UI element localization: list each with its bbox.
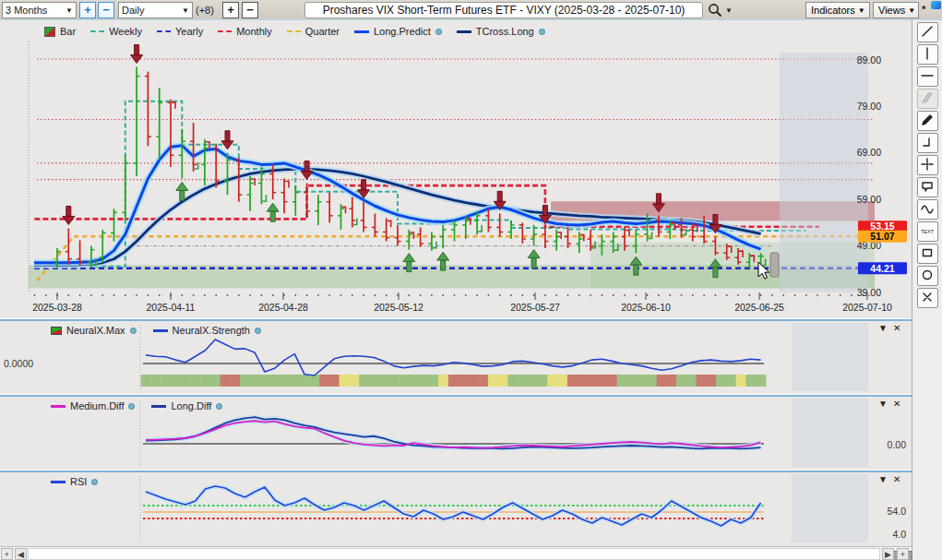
main-legend-item-monthly[interactable]: Monthly	[218, 26, 272, 37]
svg-text:TEXT: TEXT	[921, 229, 935, 234]
top-toolbar: 3 Months ▼ + − Daily ▼ (+8) + − ▼ Indica…	[0, 0, 942, 20]
bars-added-label: (+8)	[196, 5, 214, 16]
scrollbar-track[interactable]	[28, 548, 880, 560]
x-axis-label: 2025-06-10	[621, 302, 671, 313]
scroll-right-arrow[interactable]: ▶	[882, 548, 894, 560]
crosshair-tool-button[interactable]	[917, 155, 938, 175]
legend-label: NeuralX.Max	[66, 325, 125, 336]
info-icon[interactable]	[128, 403, 135, 410]
x-axis-label: 2025-05-27	[510, 302, 560, 313]
main-legend-item-tcross-long[interactable]: TCross.Long	[457, 26, 545, 37]
legend-label: Monthly	[236, 26, 272, 37]
info-icon[interactable]	[130, 328, 137, 334]
panel-close-button[interactable]: ✕	[893, 474, 900, 485]
text-icon: TEXT	[920, 223, 935, 238]
sell-arrow	[221, 131, 233, 149]
diagonal-line-tool-button[interactable]	[917, 22, 938, 42]
panel-close-button[interactable]: ✕	[893, 323, 900, 334]
rectangle-tool-button[interactable]	[917, 244, 938, 264]
main-legend-item-yearly[interactable]: Yearly	[157, 26, 203, 37]
search-options-caret[interactable]: ▼	[725, 6, 733, 15]
vertical-line-tool-button[interactable]	[917, 44, 938, 65]
sell-arrow	[63, 206, 75, 224]
panel-diff: Medium.DiffLong.Diff 0.00 ▼ ✕	[0, 395, 912, 471]
dashed-line-swatch	[287, 30, 301, 32]
indicators-button[interactable]: Indicators ▼	[805, 2, 870, 18]
info-icon[interactable]	[539, 29, 545, 35]
main-chart-region[interactable]: 2025-03-282025-04-112025-04-282025-05-12…	[0, 20, 912, 319]
callout-icon	[920, 179, 935, 194]
svg-text:44.21: 44.21	[870, 263, 894, 274]
main-legend-item-long-predict[interactable]: Long.Predict	[354, 26, 442, 37]
future-zone	[792, 474, 868, 542]
rsi-plot[interactable]	[0, 472, 912, 546]
dashed-line-swatch	[157, 30, 171, 32]
info-icon[interactable]	[255, 328, 261, 334]
main-legend-item-quarter[interactable]: Quarter	[287, 26, 340, 37]
diff-zero-label: 0.00	[888, 439, 906, 450]
drag-handle[interactable]	[770, 253, 779, 277]
main-legend-item-weekly[interactable]: Weekly	[90, 26, 142, 37]
range-combo[interactable]: 3 Months ▼	[2, 2, 77, 18]
period-combo-value: Daily	[122, 5, 144, 16]
app-corner-icon	[931, 1, 941, 9]
views-button[interactable]: Views ▼	[873, 2, 919, 18]
line-swatch	[457, 30, 471, 33]
info-icon[interactable]	[435, 29, 442, 35]
period-combo[interactable]: Daily ▼	[118, 2, 193, 18]
drawing-tools-column: TEXT	[912, 20, 942, 560]
vertical-line-icon	[920, 46, 935, 61]
svg-text:51.07: 51.07	[870, 231, 894, 242]
line-swatch	[153, 329, 168, 332]
neuralx-legend-item-neuralx-strength[interactable]: NeuralX.Strength	[153, 325, 261, 336]
chevron-down-icon: ▼	[66, 6, 73, 15]
text-tool-button[interactable]: TEXT	[917, 221, 938, 242]
callout-tool-button[interactable]	[917, 177, 938, 197]
legend-label: Medium.Diff	[70, 400, 124, 411]
diff-legend-item-long-diff[interactable]: Long.Diff	[151, 400, 222, 411]
histogram-icon	[51, 327, 62, 335]
bars-add-button[interactable]: +	[222, 2, 239, 18]
main-legend-item-bar[interactable]: Bar	[44, 26, 76, 37]
scroll-add-right-button[interactable]: +	[897, 548, 909, 560]
line-swatch	[151, 405, 166, 408]
pen-tool-button[interactable]	[917, 111, 938, 131]
range-zoom-in-button[interactable]: +	[79, 2, 96, 18]
range-zoom-out-button[interactable]: −	[98, 2, 114, 18]
sell-arrow	[131, 45, 143, 64]
horizontal-line-icon	[920, 68, 935, 83]
ellipse-tool-button[interactable]	[917, 266, 938, 286]
charting-app: 3 Months ▼ + − Daily ▼ (+8) + − ▼ Indica…	[0, 0, 942, 560]
scroll-add-left-button[interactable]: +	[1, 548, 13, 560]
x-axis-label: 2025-04-28	[258, 302, 308, 313]
delete-tool-button[interactable]	[917, 288, 938, 308]
price-chart[interactable]: 2025-03-282025-04-112025-04-282025-05-12…	[0, 20, 912, 319]
neuralx-strength-line	[146, 340, 761, 375]
dashed-line-swatch	[90, 30, 104, 32]
rsi-legend-item-rsi[interactable]: RSI	[51, 476, 98, 487]
x-axis-label: 2025-06-25	[734, 302, 784, 313]
horizontal-line-tool-button[interactable]	[917, 66, 938, 87]
range-combo-value: 3 Months	[6, 5, 47, 16]
horizontal-scrollbar[interactable]: + ◀ ▶ +	[0, 546, 912, 560]
info-icon[interactable]	[216, 403, 222, 410]
elbow-line-tool-button[interactable]	[917, 133, 938, 153]
bars-remove-button[interactable]: −	[242, 2, 258, 18]
panel-collapse-button[interactable]: ▼	[878, 323, 888, 334]
diff-legend-item-medium-diff[interactable]: Medium.Diff	[51, 400, 135, 411]
neuralx-max-strip	[141, 375, 767, 387]
symbol-title-input[interactable]	[304, 2, 703, 18]
neuralx-legend-item-neuralx-max[interactable]: NeuralX.Max	[51, 325, 137, 336]
scroll-left-arrow[interactable]: ◀	[15, 548, 27, 560]
panel-close-button[interactable]: ✕	[893, 399, 900, 410]
future-zone	[792, 399, 868, 467]
future-zone	[780, 53, 868, 292]
panel-collapse-button[interactable]: ▼	[878, 474, 888, 485]
wave-tool-button[interactable]	[917, 199, 938, 220]
crosshair-icon	[920, 157, 935, 172]
bar-series-icon	[44, 27, 55, 37]
search-icon[interactable]	[707, 2, 723, 18]
info-icon[interactable]	[91, 479, 98, 485]
panel-collapse-button[interactable]: ▼	[878, 399, 888, 410]
rectangle-icon	[920, 245, 935, 260]
